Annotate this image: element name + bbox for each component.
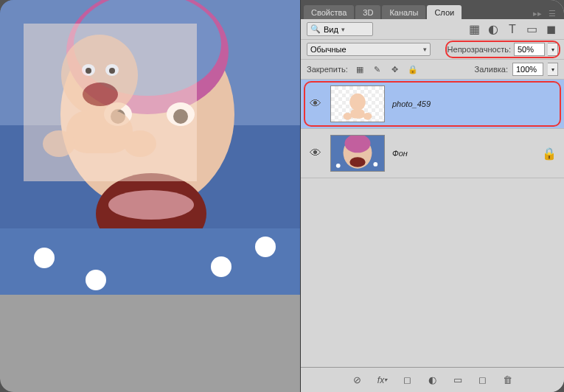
svg-point-32 bbox=[349, 157, 365, 167]
opacity-control: Непрозрачность: 50% ▾ bbox=[448, 43, 558, 56]
layer-row[interactable]: 👁 Фон 🔒 bbox=[301, 129, 564, 178]
layer-name[interactable]: photo_459 bbox=[392, 99, 431, 108]
fill-input[interactable]: 100% bbox=[512, 63, 543, 76]
filter-pixel-icon[interactable]: ▦ bbox=[467, 23, 481, 36]
svg-point-15 bbox=[255, 237, 276, 257]
layer-list: 👁 photo_459 👁 bbox=[301, 80, 564, 367]
lock-icon: 🔒 bbox=[542, 147, 557, 161]
lock-pixels-icon[interactable]: ✎ bbox=[370, 63, 385, 76]
svg-point-23 bbox=[43, 130, 75, 157]
filter-adjust-icon[interactable]: ◐ bbox=[486, 23, 501, 36]
filter-type-icon[interactable]: T bbox=[505, 23, 520, 36]
svg-rect-22 bbox=[66, 111, 133, 153]
lock-all-icon[interactable]: 🔒 bbox=[405, 63, 420, 76]
filter-row: 🔍 Вид ▾ ▦ ◐ T ▭ ◼ bbox=[301, 19, 564, 40]
layer-fx-icon[interactable]: fx▾ bbox=[375, 374, 390, 387]
svg-point-12 bbox=[34, 248, 55, 268]
panel-collapse-icon[interactable]: ▸▸ bbox=[532, 7, 543, 19]
fill-dropdown[interactable]: ▾ bbox=[548, 63, 558, 76]
tab-layers[interactable]: Слои bbox=[427, 5, 462, 19]
opacity-dropdown[interactable]: ▾ bbox=[548, 43, 558, 56]
lock-transparent-icon[interactable]: ▦ bbox=[352, 63, 367, 76]
filter-type-label: Вид bbox=[324, 25, 338, 34]
svg-point-10 bbox=[108, 190, 194, 220]
visibility-toggle[interactable]: 👁 bbox=[308, 97, 323, 111]
new-group-icon[interactable]: ▭ bbox=[450, 374, 465, 387]
panel-menu-icon[interactable]: ☰ bbox=[546, 7, 558, 19]
link-layers-icon[interactable]: ⊘ bbox=[350, 374, 365, 387]
visibility-toggle[interactable]: 👁 bbox=[308, 146, 323, 161]
canvas-content bbox=[0, 0, 300, 392]
svg-point-13 bbox=[86, 270, 106, 290]
svg-point-19 bbox=[86, 68, 91, 74]
filter-smart-icon[interactable]: ◼ bbox=[543, 23, 558, 36]
chevron-down-icon: ▾ bbox=[423, 46, 427, 53]
add-mask-icon[interactable]: ◻ bbox=[400, 374, 415, 387]
tab-3d[interactable]: 3D bbox=[355, 5, 380, 19]
layers-panel: Свойства 3D Каналы Слои ▸▸ ☰ 🔍 Вид ▾ ▦ ◐… bbox=[300, 0, 564, 392]
chevron-down-icon: ▾ bbox=[341, 26, 345, 33]
tab-channels[interactable]: Каналы bbox=[382, 5, 425, 19]
tab-properties[interactable]: Свойства bbox=[304, 5, 354, 19]
add-adjustment-icon[interactable]: ◐ bbox=[425, 374, 440, 387]
svg-point-20 bbox=[109, 68, 115, 74]
blend-mode-label: Обычные bbox=[310, 45, 347, 54]
layer-name[interactable]: Фон bbox=[392, 149, 408, 158]
pasted-layer-content bbox=[37, 29, 162, 162]
svg-point-21 bbox=[83, 83, 118, 106]
lock-position-icon[interactable]: ✥ bbox=[388, 63, 403, 76]
filter-type-select[interactable]: 🔍 Вид ▾ bbox=[307, 22, 373, 36]
svg-rect-26 bbox=[350, 109, 364, 119]
canvas-area[interactable] bbox=[0, 0, 300, 392]
svg-point-24 bbox=[124, 130, 156, 157]
lock-label: Закрепить: bbox=[307, 65, 348, 74]
svg-point-34 bbox=[373, 162, 377, 167]
blend-row: Обычные ▾ Непрозрачность: 50% ▾ bbox=[301, 40, 564, 60]
svg-point-33 bbox=[336, 164, 341, 168]
blend-mode-select[interactable]: Обычные ▾ bbox=[307, 43, 431, 56]
layer-thumbnail[interactable] bbox=[330, 85, 385, 122]
layer-row[interactable]: 👁 photo_459 bbox=[301, 80, 564, 129]
filter-shape-icon[interactable]: ▭ bbox=[524, 23, 539, 36]
panel-tabs: Свойства 3D Каналы Слои ▸▸ ☰ bbox=[301, 0, 564, 19]
opacity-label: Непрозрачность: bbox=[448, 45, 511, 54]
lock-row: Закрепить: ▦ ✎ ✥ 🔒 Заливка: 100% ▾ bbox=[301, 60, 564, 80]
delete-layer-icon[interactable]: 🗑 bbox=[501, 374, 515, 387]
svg-point-28 bbox=[363, 113, 372, 120]
svg-point-14 bbox=[211, 256, 231, 277]
new-layer-icon[interactable]: ◻ bbox=[476, 374, 490, 387]
panel-bottom-bar: ⊘ fx▾ ◻ ◐ ▭ ◻ 🗑 bbox=[301, 367, 564, 392]
layer-thumbnail[interactable] bbox=[330, 135, 385, 172]
opacity-input[interactable]: 50% bbox=[514, 43, 545, 56]
svg-point-25 bbox=[349, 94, 365, 111]
svg-point-27 bbox=[344, 113, 352, 120]
fill-label: Заливка: bbox=[475, 65, 508, 74]
